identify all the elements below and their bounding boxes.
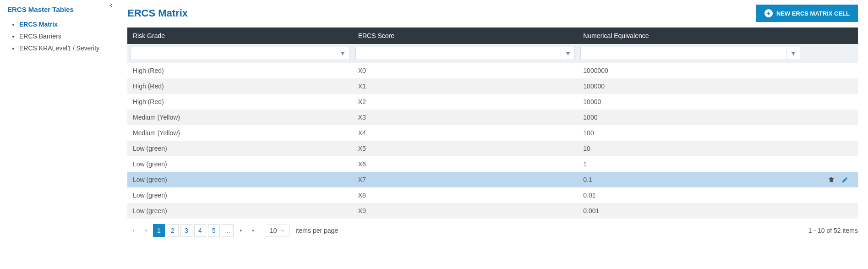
- cell-risk-grade: High (Red): [127, 94, 353, 110]
- cell-num-eq: 1000: [578, 110, 803, 125]
- table-row[interactable]: Low (green)X510: [127, 141, 858, 156]
- row-actions-cell: [803, 172, 858, 187]
- table-row[interactable]: Medium (Yellow)X4100: [127, 125, 858, 141]
- new-button-label: NEW ERCS MATRIX CELL: [776, 10, 850, 17]
- pager-first-icon: [131, 228, 135, 233]
- filter-button-ercs-score[interactable]: [561, 47, 575, 60]
- col-ercs-score[interactable]: ERCS Score: [353, 27, 578, 44]
- cell-ercs-score: X0: [353, 63, 578, 78]
- chevron-left-icon: [143, 228, 148, 233]
- table-row[interactable]: High (Red)X01000000: [127, 63, 858, 78]
- table-row[interactable]: High (Red)X1100000: [127, 78, 858, 94]
- row-actions-cell: [803, 110, 858, 125]
- table-row[interactable]: Medium (Yellow)X31000: [127, 110, 858, 125]
- pager-page-3[interactable]: 3: [180, 224, 192, 237]
- sidebar: ERCS Master Tables ERCS MatrixERCS Barri…: [0, 0, 117, 242]
- table-row[interactable]: Low (green)X90.001: [127, 203, 858, 219]
- new-ercs-matrix-cell-button[interactable]: + NEW ERCS MATRIX CELL: [756, 5, 858, 22]
- row-actions-cell: [803, 156, 858, 172]
- filter-icon: [790, 50, 797, 57]
- cell-ercs-score: X4: [353, 125, 578, 141]
- row-actions-cell: [803, 203, 858, 219]
- pager-page-4[interactable]: 4: [194, 224, 206, 237]
- cell-ercs-score: X1: [353, 78, 578, 94]
- cell-risk-grade: Medium (Yellow): [127, 125, 353, 141]
- main-content: ERCS Matrix + NEW ERCS MATRIX CELL Risk …: [117, 0, 868, 242]
- cell-ercs-score: X9: [353, 203, 578, 219]
- pager-page-1[interactable]: 1: [153, 224, 165, 237]
- cell-num-eq: 10000: [578, 94, 803, 110]
- plus-circle-icon: +: [764, 9, 773, 17]
- chevron-down-icon: [280, 228, 285, 233]
- cell-risk-grade: Low (green): [127, 187, 353, 203]
- pager: 12345...: [127, 224, 259, 237]
- page-size-select[interactable]: 10: [266, 225, 289, 236]
- pencil-icon[interactable]: [841, 176, 849, 183]
- items-per-page-label: items per page: [296, 227, 338, 234]
- page-size-value: 10: [270, 227, 277, 234]
- sidebar-item[interactable]: ERCS Matrix: [19, 21, 109, 28]
- row-actions-cell: [803, 78, 858, 94]
- pager-page-2[interactable]: 2: [167, 224, 179, 237]
- table-row[interactable]: Low (green)X61: [127, 156, 858, 172]
- cell-num-eq: 0.001: [578, 203, 803, 219]
- cell-ercs-score: X2: [353, 94, 578, 110]
- cell-risk-grade: Low (green): [127, 172, 353, 187]
- pager-page-5[interactable]: 5: [208, 224, 220, 237]
- filter-icon: [339, 50, 346, 57]
- sidebar-item[interactable]: ERCS KRALevel1 / Severity: [19, 44, 109, 52]
- trash-icon[interactable]: [828, 176, 835, 183]
- filter-icon: [565, 50, 571, 57]
- cell-ercs-score: X8: [353, 187, 578, 203]
- pager-next-button[interactable]: [235, 224, 246, 237]
- row-actions-cell: [803, 187, 858, 203]
- sidebar-list: ERCS MatrixERCS BarriersERCS KRALevel1 /…: [7, 21, 109, 52]
- row-actions-cell: [803, 63, 858, 78]
- cell-num-eq: 100000: [578, 78, 803, 94]
- filter-input-numerical-equivalence[interactable]: [580, 47, 786, 60]
- cell-risk-grade: High (Red): [127, 78, 353, 94]
- sidebar-title: ERCS Master Tables: [7, 5, 109, 13]
- cell-risk-grade: Low (green): [127, 156, 353, 172]
- cell-risk-grade: High (Red): [127, 63, 353, 78]
- col-numerical-equivalence[interactable]: Numerical Equivalence: [578, 27, 803, 44]
- pager-prev-button[interactable]: [140, 224, 151, 237]
- filter-button-numerical-equivalence[interactable]: [786, 47, 800, 60]
- ercs-matrix-table: Risk Grade ERCS Score Numerical Equivale…: [127, 27, 858, 219]
- chevron-right-icon: [239, 228, 243, 233]
- cell-ercs-score: X5: [353, 141, 578, 156]
- cell-risk-grade: Low (green): [127, 141, 353, 156]
- sidebar-collapse-button[interactable]: [108, 2, 115, 11]
- cell-num-eq: 1: [578, 156, 803, 172]
- table-row[interactable]: High (Red)X210000: [127, 94, 858, 110]
- table-row[interactable]: Low (green)X70.1: [127, 172, 858, 187]
- cell-num-eq: 0.01: [578, 187, 803, 203]
- cell-num-eq: 1000000: [578, 63, 803, 78]
- cell-ercs-score: X3: [353, 110, 578, 125]
- pager-summary: 1 - 10 of 52 items: [808, 227, 858, 234]
- filter-input-risk-grade[interactable]: [130, 47, 336, 60]
- row-actions-cell: [803, 125, 858, 141]
- cell-ercs-score: X6: [353, 156, 578, 172]
- row-actions-cell: [803, 141, 858, 156]
- row-actions-cell: [803, 94, 858, 110]
- pager-first-button[interactable]: [127, 224, 138, 237]
- table-row[interactable]: Low (green)X80.01: [127, 187, 858, 203]
- col-risk-grade[interactable]: Risk Grade: [127, 27, 353, 44]
- cell-num-eq: 10: [578, 141, 803, 156]
- col-actions: [803, 27, 858, 44]
- cell-num-eq: 100: [578, 125, 803, 141]
- pager-last-icon: [251, 228, 256, 233]
- filter-button-risk-grade[interactable]: [336, 47, 350, 60]
- pager-last-button[interactable]: [248, 224, 259, 237]
- page-title: ERCS Matrix: [127, 7, 188, 19]
- cell-risk-grade: Low (green): [127, 203, 353, 219]
- cell-num-eq: 0.1: [578, 172, 803, 187]
- pager-more[interactable]: ...: [222, 224, 234, 237]
- cell-ercs-score: X7: [353, 172, 578, 187]
- sidebar-item[interactable]: ERCS Barriers: [19, 33, 109, 40]
- cell-risk-grade: Medium (Yellow): [127, 110, 353, 125]
- filter-input-ercs-score[interactable]: [355, 47, 562, 60]
